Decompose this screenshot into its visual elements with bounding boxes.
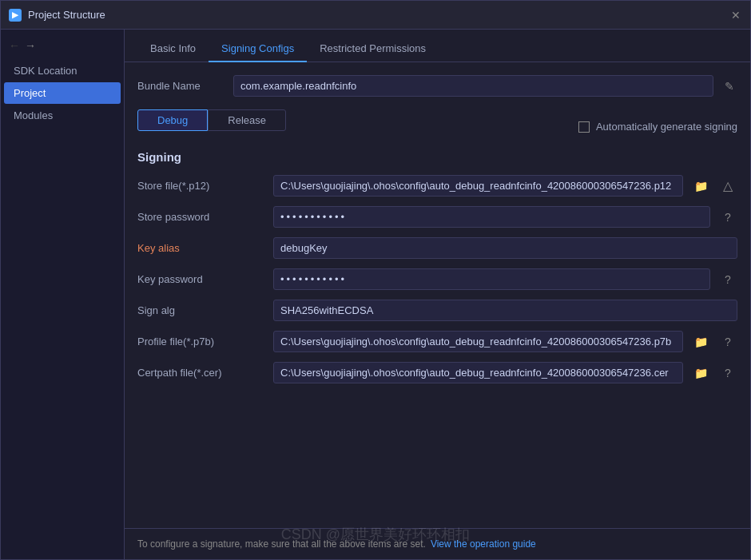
content-body: Bundle Name ✎ Debug Release [125, 62, 750, 528]
label-store-password: Store password [137, 211, 265, 223]
auto-sign-row: Automatically generate signing [578, 121, 737, 133]
input-store-password[interactable] [273, 206, 710, 228]
bottom-text: To configure a signature, make sure that… [137, 538, 426, 550]
input-store-file[interactable] [273, 175, 683, 197]
form-row-certpath-file: Certpath file(*.cer) 📁 ? [137, 362, 737, 383]
bundle-name-row: Bundle Name ✎ [137, 75, 737, 97]
help-icon-profile-file[interactable]: ? [718, 332, 737, 351]
label-key-password: Key password [137, 273, 265, 285]
auto-sign-label: Automatically generate signing [596, 121, 737, 133]
input-certpath-file[interactable] [273, 362, 683, 383]
form-row-store-password: Store password ? [137, 206, 737, 228]
sub-tabs: Debug Release [137, 109, 286, 131]
operation-guide-link[interactable]: View the operation guide [431, 538, 536, 550]
nav-forward-button[interactable]: → [25, 39, 36, 52]
label-profile-file: Profile file(*.p7b) [137, 336, 265, 348]
auto-sign-checkbox[interactable] [578, 121, 590, 133]
folder-icon-certpath-file[interactable]: 📁 [691, 363, 710, 383]
sidebar-item-sdk-location[interactable]: SDK Location [4, 60, 121, 81]
sidebar-item-project[interactable]: Project [4, 82, 121, 104]
fingerprint-icon[interactable]: △ [718, 177, 737, 196]
label-key-alias: Key alias [137, 242, 265, 254]
input-key-alias[interactable] [273, 237, 737, 259]
form-row-sign-alg: Sign alg [137, 300, 737, 321]
sidebar: ← → SDK Location Project Modules [1, 30, 125, 559]
sub-tab-debug[interactable]: Debug [137, 109, 208, 131]
help-icon-certpath-file[interactable]: ? [718, 363, 737, 383]
folder-icon-profile-file[interactable]: 📁 [691, 332, 710, 351]
label-store-file: Store file(*.p12) [137, 180, 265, 192]
bundle-label: Bundle Name [137, 80, 225, 92]
help-icon-store-password[interactable]: ? [718, 208, 737, 227]
tab-restricted-permissions[interactable]: Restricted Permissions [307, 36, 439, 62]
sub-tab-release[interactable]: Release [208, 109, 286, 131]
form-row-key-alias: Key alias [137, 237, 737, 259]
label-sign-alg: Sign alg [137, 304, 265, 316]
tab-basic-info[interactable]: Basic Info [137, 36, 209, 62]
main-area: ← → SDK Location Project Modules B [1, 30, 750, 559]
form-row-key-password: Key password ? [137, 268, 737, 290]
form-row-profile-file: Profile file(*.p7b) 📁 ? [137, 331, 737, 352]
main-tabs: Basic Info Signing Configs Restricted Pe… [125, 30, 750, 62]
label-certpath-file: Certpath file(*.cer) [137, 367, 265, 379]
sidebar-item-modules[interactable]: Modules [4, 105, 121, 126]
close-button[interactable]: ✕ [729, 9, 742, 22]
bundle-edit-icon[interactable]: ✎ [721, 80, 737, 93]
folder-icon-store-file[interactable]: 📁 [691, 177, 710, 196]
input-key-password[interactable] [273, 268, 710, 290]
signing-title: Signing [137, 150, 737, 164]
input-sign-alg[interactable] [273, 300, 737, 321]
bottom-bar: To configure a signature, make sure that… [125, 528, 750, 559]
app-icon: ▶ [9, 9, 22, 22]
nav-back-button[interactable]: ← [9, 39, 20, 52]
form-row-store-file: Store file(*.p12) 📁 △ [137, 175, 737, 197]
help-icon-key-password[interactable]: ? [718, 270, 737, 289]
input-profile-file[interactable] [273, 331, 683, 352]
window-title: Project Structure [28, 9, 105, 21]
bundle-input[interactable] [233, 75, 713, 97]
content-area: Basic Info Signing Configs Restricted Pe… [125, 30, 750, 559]
tab-signing-configs[interactable]: Signing Configs [209, 36, 307, 62]
titlebar: ▶ Project Structure ✕ [1, 1, 750, 30]
sidebar-nav: ← → [1, 36, 124, 55]
